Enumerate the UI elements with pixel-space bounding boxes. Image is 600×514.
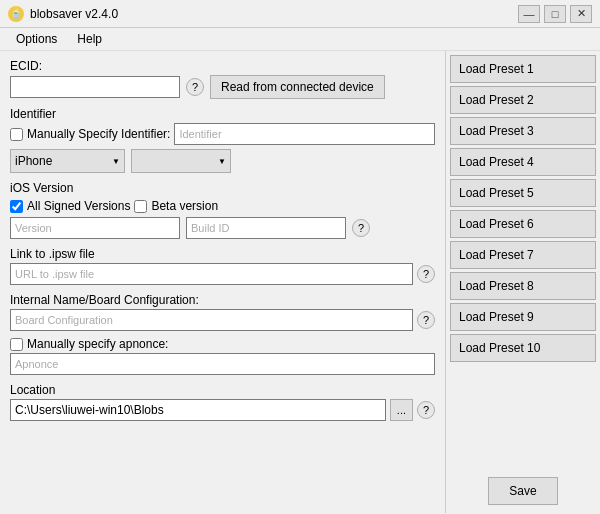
identifier-section-label: Identifier <box>10 107 435 121</box>
board-section: Internal Name/Board Configuration: ? <box>10 291 435 331</box>
apnonce-input[interactable] <box>10 353 435 375</box>
board-help-button[interactable]: ? <box>417 311 435 329</box>
beta-version-checkbox[interactable] <box>134 200 147 213</box>
ipsw-section: Link to .ipsw file ? <box>10 245 435 285</box>
save-button[interactable]: Save <box>488 477 557 505</box>
ecid-section: ECID: ? Read from connected device <box>10 59 435 99</box>
load-preset-7-button[interactable]: Load Preset 7 <box>450 241 596 269</box>
menu-options[interactable]: Options <box>8 30 65 48</box>
location-help-button[interactable]: ? <box>417 401 435 419</box>
load-preset-2-button[interactable]: Load Preset 2 <box>450 86 596 114</box>
ecid-label: ECID: <box>10 59 42 73</box>
sidebar: Load Preset 1 Load Preset 2 Load Preset … <box>445 51 600 513</box>
device-type-select[interactable]: iPhone iPad iPod Apple TV HomePod <box>10 149 125 173</box>
build-id-input[interactable] <box>186 217 346 239</box>
title-bar: 🍵 blobsaver v2.4.0 — □ ✕ <box>0 0 600 28</box>
browse-button[interactable]: ... <box>390 399 413 421</box>
load-preset-6-button[interactable]: Load Preset 6 <box>450 210 596 238</box>
version-input[interactable] <box>10 217 180 239</box>
identifier-input[interactable] <box>174 123 435 145</box>
ecid-input[interactable] <box>10 76 180 98</box>
ipsw-label: Link to .ipsw file <box>10 247 435 261</box>
apnonce-label: Manually specify apnonce: <box>27 337 168 351</box>
close-button[interactable]: ✕ <box>570 5 592 23</box>
load-preset-4-button[interactable]: Load Preset 4 <box>450 148 596 176</box>
app-body: ECID: ? Read from connected device Ident… <box>0 51 600 513</box>
menu-bar: Options Help <box>0 28 600 51</box>
ios-version-label: iOS Version <box>10 181 435 195</box>
ipsw-help-button[interactable]: ? <box>417 265 435 283</box>
menu-help[interactable]: Help <box>69 30 110 48</box>
apnonce-section: Manually specify apnonce: <box>10 337 435 375</box>
ipsw-input[interactable] <box>10 263 413 285</box>
apnonce-checkbox[interactable] <box>10 338 23 351</box>
all-signed-label: All Signed Versions <box>27 199 130 213</box>
beta-version-label: Beta version <box>151 199 218 213</box>
all-signed-checkbox[interactable] <box>10 200 23 213</box>
location-input[interactable] <box>10 399 386 421</box>
ecid-help-button[interactable]: ? <box>186 78 204 96</box>
load-preset-10-button[interactable]: Load Preset 10 <box>450 334 596 362</box>
board-label: Internal Name/Board Configuration: <box>10 293 435 307</box>
app-icon: 🍵 <box>8 6 24 22</box>
version-help-button[interactable]: ? <box>352 219 370 237</box>
app-title: blobsaver v2.4.0 <box>30 7 118 21</box>
location-section: Location ... ? <box>10 381 435 421</box>
read-device-button[interactable]: Read from connected device <box>210 75 385 99</box>
window-controls: — □ ✕ <box>518 5 592 23</box>
minimize-button[interactable]: — <box>518 5 540 23</box>
location-label: Location <box>10 383 435 397</box>
device-model-select[interactable] <box>131 149 231 173</box>
load-preset-5-button[interactable]: Load Preset 5 <box>450 179 596 207</box>
manually-specify-label: Manually Specify Identifier: <box>27 127 170 141</box>
sidebar-bottom: Save <box>450 473 596 509</box>
board-input[interactable] <box>10 309 413 331</box>
maximize-button[interactable]: □ <box>544 5 566 23</box>
load-preset-3-button[interactable]: Load Preset 3 <box>450 117 596 145</box>
load-preset-9-button[interactable]: Load Preset 9 <box>450 303 596 331</box>
load-preset-8-button[interactable]: Load Preset 8 <box>450 272 596 300</box>
device-type-wrapper: iPhone iPad iPod Apple TV HomePod <box>10 149 125 173</box>
main-panel: ECID: ? Read from connected device Ident… <box>0 51 445 513</box>
load-preset-1-button[interactable]: Load Preset 1 <box>450 55 596 83</box>
ios-version-section: iOS Version All Signed Versions Beta ver… <box>10 179 435 239</box>
device-model-wrapper <box>131 149 231 173</box>
manually-specify-checkbox[interactable] <box>10 128 23 141</box>
identifier-section: Identifier Manually Specify Identifier: … <box>10 105 435 173</box>
